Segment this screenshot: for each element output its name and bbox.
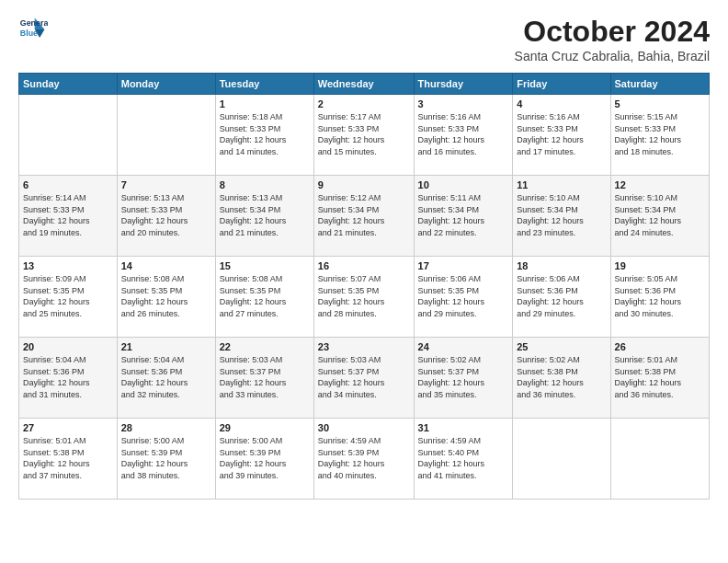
calendar-cell: 13Sunrise: 5:09 AM Sunset: 5:35 PM Dayli… — [19, 257, 118, 338]
calendar-cell: 5Sunrise: 5:15 AM Sunset: 5:33 PM Daylig… — [610, 95, 709, 176]
day-detail: Sunrise: 5:13 AM Sunset: 5:34 PM Dayligh… — [220, 192, 310, 238]
calendar-cell: 28Sunrise: 5:00 AM Sunset: 5:39 PM Dayli… — [117, 419, 215, 500]
day-detail: Sunrise: 5:10 AM Sunset: 5:34 PM Dayligh… — [615, 192, 705, 238]
calendar-cell: 7Sunrise: 5:13 AM Sunset: 5:33 PM Daylig… — [117, 176, 215, 257]
day-detail: Sunrise: 5:08 AM Sunset: 5:35 PM Dayligh… — [220, 273, 310, 319]
calendar-cell: 19Sunrise: 5:05 AM Sunset: 5:36 PM Dayli… — [610, 257, 709, 338]
day-number: 30 — [318, 422, 410, 433]
day-detail: Sunrise: 4:59 AM Sunset: 5:40 PM Dayligh… — [418, 435, 509, 481]
day-detail: Sunrise: 5:02 AM Sunset: 5:38 PM Dayligh… — [517, 354, 606, 400]
svg-text:General: General — [20, 18, 48, 28]
calendar-header-thursday: Thursday — [414, 74, 513, 95]
day-number: 20 — [23, 341, 113, 352]
calendar-week-2: 6Sunrise: 5:14 AM Sunset: 5:33 PM Daylig… — [19, 176, 710, 257]
day-number: 23 — [318, 341, 410, 352]
day-number: 17 — [418, 260, 509, 271]
day-detail: Sunrise: 5:00 AM Sunset: 5:39 PM Dayligh… — [121, 435, 211, 481]
calendar-header-friday: Friday — [513, 74, 610, 95]
calendar-cell: 30Sunrise: 4:59 AM Sunset: 5:39 PM Dayli… — [313, 419, 414, 500]
calendar-cell: 2Sunrise: 5:17 AM Sunset: 5:33 PM Daylig… — [313, 95, 414, 176]
day-number: 14 — [121, 260, 211, 271]
calendar-week-5: 27Sunrise: 5:01 AM Sunset: 5:38 PM Dayli… — [19, 419, 710, 500]
day-detail: Sunrise: 5:17 AM Sunset: 5:33 PM Dayligh… — [318, 111, 410, 157]
day-detail: Sunrise: 5:16 AM Sunset: 5:33 PM Dayligh… — [418, 111, 509, 157]
day-detail: Sunrise: 5:08 AM Sunset: 5:35 PM Dayligh… — [121, 273, 211, 319]
day-number: 31 — [418, 422, 509, 433]
day-number: 10 — [418, 179, 509, 190]
calendar-cell — [117, 95, 215, 176]
calendar-cell: 20Sunrise: 5:04 AM Sunset: 5:36 PM Dayli… — [19, 338, 118, 419]
day-detail: Sunrise: 5:06 AM Sunset: 5:35 PM Dayligh… — [418, 273, 509, 319]
logo-icon: General Blue — [18, 15, 48, 44]
day-number: 18 — [517, 260, 606, 271]
day-number: 11 — [517, 179, 606, 190]
day-detail: Sunrise: 5:02 AM Sunset: 5:37 PM Dayligh… — [418, 354, 509, 400]
day-detail: Sunrise: 5:03 AM Sunset: 5:37 PM Dayligh… — [220, 354, 310, 400]
day-number: 9 — [318, 179, 410, 190]
calendar: SundayMondayTuesdayWednesdayThursdayFrid… — [18, 73, 710, 500]
day-number: 13 — [23, 260, 113, 271]
svg-text:Blue: Blue — [20, 29, 38, 38]
day-number: 3 — [418, 98, 509, 109]
calendar-cell: 22Sunrise: 5:03 AM Sunset: 5:37 PM Dayli… — [215, 338, 313, 419]
calendar-header-monday: Monday — [117, 74, 215, 95]
calendar-cell: 21Sunrise: 5:04 AM Sunset: 5:36 PM Dayli… — [117, 338, 215, 419]
calendar-cell: 15Sunrise: 5:08 AM Sunset: 5:35 PM Dayli… — [215, 257, 313, 338]
calendar-cell: 10Sunrise: 5:11 AM Sunset: 5:34 PM Dayli… — [414, 176, 513, 257]
calendar-cell: 14Sunrise: 5:08 AM Sunset: 5:35 PM Dayli… — [117, 257, 215, 338]
calendar-cell: 12Sunrise: 5:10 AM Sunset: 5:34 PM Dayli… — [610, 176, 709, 257]
calendar-cell — [19, 95, 118, 176]
calendar-cell: 23Sunrise: 5:03 AM Sunset: 5:37 PM Dayli… — [313, 338, 414, 419]
calendar-cell: 27Sunrise: 5:01 AM Sunset: 5:38 PM Dayli… — [19, 419, 118, 500]
day-detail: Sunrise: 5:00 AM Sunset: 5:39 PM Dayligh… — [220, 435, 310, 481]
day-number: 5 — [615, 98, 705, 109]
calendar-week-1: 1Sunrise: 5:18 AM Sunset: 5:33 PM Daylig… — [19, 95, 710, 176]
day-number: 4 — [517, 98, 606, 109]
day-detail: Sunrise: 5:16 AM Sunset: 5:33 PM Dayligh… — [517, 111, 606, 157]
calendar-cell: 1Sunrise: 5:18 AM Sunset: 5:33 PM Daylig… — [215, 95, 313, 176]
calendar-header-saturday: Saturday — [610, 74, 709, 95]
calendar-cell: 8Sunrise: 5:13 AM Sunset: 5:34 PM Daylig… — [215, 176, 313, 257]
day-detail: Sunrise: 4:59 AM Sunset: 5:39 PM Dayligh… — [318, 435, 410, 481]
day-detail: Sunrise: 5:06 AM Sunset: 5:36 PM Dayligh… — [517, 273, 606, 319]
subtitle: Santa Cruz Cabralia, Bahia, Brazil — [515, 49, 710, 63]
calendar-cell: 29Sunrise: 5:00 AM Sunset: 5:39 PM Dayli… — [215, 419, 313, 500]
day-number: 25 — [517, 341, 606, 352]
day-number: 2 — [318, 98, 410, 109]
calendar-week-4: 20Sunrise: 5:04 AM Sunset: 5:36 PM Dayli… — [19, 338, 710, 419]
day-detail: Sunrise: 5:10 AM Sunset: 5:34 PM Dayligh… — [517, 192, 606, 238]
calendar-header-tuesday: Tuesday — [215, 74, 313, 95]
page: General Blue October 2024 Santa Cruz Cab… — [0, 0, 728, 563]
calendar-header-row: SundayMondayTuesdayWednesdayThursdayFrid… — [19, 74, 710, 95]
day-detail: Sunrise: 5:01 AM Sunset: 5:38 PM Dayligh… — [615, 354, 705, 400]
day-number: 27 — [23, 422, 113, 433]
calendar-header-wednesday: Wednesday — [313, 74, 414, 95]
calendar-cell: 11Sunrise: 5:10 AM Sunset: 5:34 PM Dayli… — [513, 176, 610, 257]
calendar-cell: 26Sunrise: 5:01 AM Sunset: 5:38 PM Dayli… — [610, 338, 709, 419]
title-block: October 2024 Santa Cruz Cabralia, Bahia,… — [515, 15, 710, 63]
calendar-cell: 4Sunrise: 5:16 AM Sunset: 5:33 PM Daylig… — [513, 95, 610, 176]
day-number: 21 — [121, 341, 211, 352]
day-number: 7 — [121, 179, 211, 190]
calendar-cell: 3Sunrise: 5:16 AM Sunset: 5:33 PM Daylig… — [414, 95, 513, 176]
day-detail: Sunrise: 5:12 AM Sunset: 5:34 PM Dayligh… — [318, 192, 410, 238]
calendar-cell: 24Sunrise: 5:02 AM Sunset: 5:37 PM Dayli… — [414, 338, 513, 419]
day-number: 24 — [418, 341, 509, 352]
calendar-cell — [513, 419, 610, 500]
day-detail: Sunrise: 5:05 AM Sunset: 5:36 PM Dayligh… — [615, 273, 705, 319]
day-number: 19 — [615, 260, 705, 271]
day-detail: Sunrise: 5:03 AM Sunset: 5:37 PM Dayligh… — [318, 354, 410, 400]
calendar-cell: 9Sunrise: 5:12 AM Sunset: 5:34 PM Daylig… — [313, 176, 414, 257]
day-detail: Sunrise: 5:15 AM Sunset: 5:33 PM Dayligh… — [615, 111, 705, 157]
day-number: 15 — [220, 260, 310, 271]
calendar-cell: 31Sunrise: 4:59 AM Sunset: 5:40 PM Dayli… — [414, 419, 513, 500]
calendar-cell: 25Sunrise: 5:02 AM Sunset: 5:38 PM Dayli… — [513, 338, 610, 419]
logo: General Blue — [18, 15, 48, 44]
day-detail: Sunrise: 5:01 AM Sunset: 5:38 PM Dayligh… — [23, 435, 113, 481]
calendar-cell: 16Sunrise: 5:07 AM Sunset: 5:35 PM Dayli… — [313, 257, 414, 338]
day-number: 22 — [220, 341, 310, 352]
day-detail: Sunrise: 5:11 AM Sunset: 5:34 PM Dayligh… — [418, 192, 509, 238]
calendar-week-3: 13Sunrise: 5:09 AM Sunset: 5:35 PM Dayli… — [19, 257, 710, 338]
day-number: 29 — [220, 422, 310, 433]
calendar-cell: 6Sunrise: 5:14 AM Sunset: 5:33 PM Daylig… — [19, 176, 118, 257]
